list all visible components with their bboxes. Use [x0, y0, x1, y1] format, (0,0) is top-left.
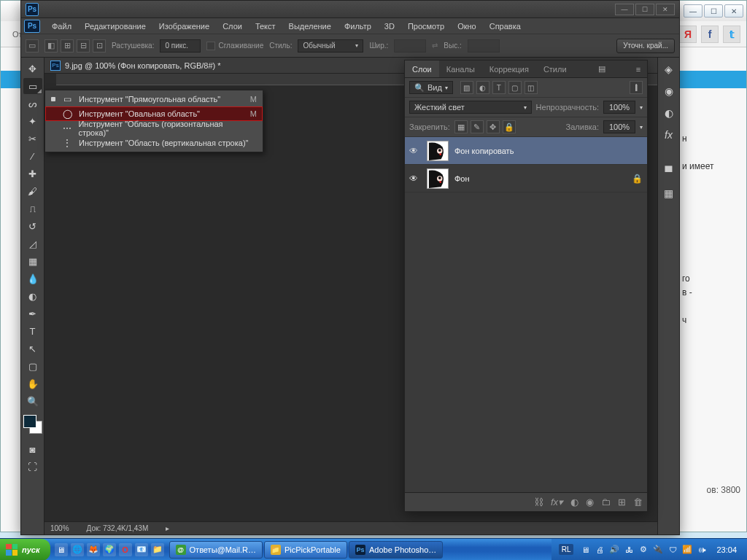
layer-name[interactable]: Фон [454, 174, 470, 183]
layer-name[interactable]: Фон копировать [454, 147, 514, 155]
group-icon[interactable]: 🗀 [601, 497, 611, 508]
screenmode-toggle[interactable]: ⛶ [23, 459, 42, 475]
blend-mode-select[interactable]: Жесткий свет▾ [409, 101, 532, 114]
lock-pos-icon[interactable]: ✥ [487, 120, 500, 133]
tray-icon[interactable]: 🖧 [623, 544, 635, 556]
ql-icon[interactable]: 📧 [135, 543, 148, 556]
ql-icon[interactable]: 🖥 [55, 543, 68, 556]
opt-add-selection[interactable]: ⊞ [61, 39, 74, 52]
tray-icon[interactable]: 📶 [681, 544, 693, 556]
tray-icon[interactable]: 🔌 [652, 544, 664, 556]
taskbar-item[interactable]: 📁 PicPickPortable [264, 541, 347, 559]
quickmask-toggle[interactable]: ◙ [23, 441, 42, 457]
new-layer-icon[interactable]: ⊞ [618, 497, 626, 508]
tool-zoom[interactable]: 🔍 [23, 393, 42, 409]
ps-titlebar[interactable]: Ps — ☐ ✕ [21, 1, 679, 18]
flyout-row-marquee[interactable]: ⋯ Инструмент "Область (горизонтальная ст… [45, 121, 263, 136]
menu-type[interactable]: Текст [249, 20, 282, 33]
tab-adjustments[interactable]: Коррекция [482, 61, 536, 77]
tool-blur[interactable]: 💧 [23, 271, 42, 287]
tray-icon[interactable]: 🖨 [594, 544, 605, 556]
tool-hand[interactable]: ✋ [23, 376, 42, 392]
filter-shape-icon[interactable]: ▢ [508, 81, 522, 94]
layer-row[interactable]: 👁 Фон копировать [405, 137, 647, 165]
opt-tool-preset[interactable]: ▭ [26, 39, 39, 52]
filter-adjust-icon[interactable]: ◐ [476, 81, 489, 94]
tray-icon[interactable]: 🕪 [696, 544, 708, 556]
tool-lasso[interactable]: ᔕ [23, 96, 42, 112]
styles-icon[interactable]: fx [662, 128, 676, 142]
tool-history[interactable]: ↺ [23, 218, 42, 234]
status-docsize[interactable]: Док: 732,4K/1,43M [87, 524, 149, 532]
ql-icon[interactable]: 🌍 [103, 543, 116, 556]
fill-input[interactable]: 100% [603, 120, 635, 133]
tool-heal[interactable]: ✚ [23, 166, 42, 182]
menu-image[interactable]: Изображение [153, 20, 215, 33]
filter-type-icon[interactable]: T [492, 81, 506, 94]
tool-shape[interactable]: ▢ [23, 358, 42, 374]
link-layers-icon[interactable]: ⛓ [534, 497, 543, 508]
visibility-icon[interactable]: 👁 [409, 146, 421, 156]
color-swatch[interactable] [23, 415, 42, 434]
tool-eyedropper[interactable]: ⁄ [23, 148, 42, 164]
swatches-icon[interactable]: ▦ [662, 186, 676, 201]
adjustment-layer-icon[interactable]: ◉ [586, 497, 594, 508]
visibility-icon[interactable]: 👁 [409, 174, 421, 184]
menu-filter[interactable]: Фильтр [338, 20, 377, 33]
menu-3d[interactable]: 3D [379, 20, 400, 33]
language-indicator[interactable]: RL [559, 544, 574, 555]
opacity-input[interactable]: 100% [603, 101, 635, 114]
tray-icon[interactable]: 🖥 [579, 544, 591, 556]
lock-pixels-icon[interactable]: ✎ [471, 120, 484, 133]
tab-channels[interactable]: Каналы [439, 61, 482, 77]
flyout-col-marquee[interactable]: ⋮ Инструмент "Область (вертикальная стро… [45, 136, 263, 150]
opt-new-selection[interactable]: ◧ [44, 39, 58, 52]
layer-row[interactable]: 👁 Фон 🔒 [405, 165, 647, 192]
layers-panel-icon[interactable]: ◈ [662, 62, 676, 77]
menu-window[interactable]: Окно [452, 20, 482, 33]
layers-menu-icon[interactable]: ▤ [593, 61, 611, 77]
fx-icon[interactable]: fx▾ [551, 497, 563, 508]
tool-stamp[interactable]: ⎍ [23, 201, 42, 217]
mask-icon[interactable]: ◐ [570, 497, 578, 508]
ql-icon[interactable]: 🌐 [71, 543, 84, 556]
lock-all-icon[interactable]: 🔒 [503, 120, 516, 133]
start-button[interactable]: пуск [0, 539, 50, 561]
ps-close-button[interactable]: ✕ [656, 4, 675, 15]
delete-layer-icon[interactable]: 🗑 [633, 497, 643, 508]
layer-thumb[interactable] [427, 141, 449, 161]
opt-intersect-selection[interactable]: ⊡ [93, 39, 106, 52]
clock[interactable]: 23:04 [711, 545, 743, 554]
tool-dodge[interactable]: ◐ [23, 288, 42, 304]
refine-edge-button[interactable]: Уточн. край... [616, 39, 675, 53]
adjust-icon[interactable]: ◐ [662, 106, 676, 120]
menu-file[interactable]: Файл [46, 20, 77, 33]
opt-sub-selection[interactable]: ⊟ [77, 39, 90, 52]
color-icon[interactable]: ▀ [662, 164, 676, 179]
tray-icon[interactable]: 🔊 [608, 544, 620, 556]
menu-help[interactable]: Справка [484, 20, 527, 33]
menu-select[interactable]: Выделение [283, 20, 337, 33]
flyout-ellipse-marquee[interactable]: ◯ Инструмент "Овальная область"M [45, 106, 263, 121]
status-play-icon[interactable]: ▸ [166, 524, 169, 532]
tool-pen[interactable]: ✒ [23, 306, 42, 322]
tool-move[interactable]: ✥ [23, 61, 42, 77]
tool-brush[interactable]: 🖌 [23, 183, 42, 199]
taskbar-item[interactable]: @ Ответы@Mail.R… [169, 541, 263, 559]
status-zoom[interactable]: 100% [50, 524, 69, 532]
tool-wand[interactable]: ✦ [23, 113, 42, 129]
ql-icon[interactable]: 📁 [151, 543, 164, 556]
layer-thumb[interactable] [427, 168, 449, 189]
layer-filter-kind[interactable]: 🔍 Вид ▾ [409, 81, 453, 94]
menu-edit[interactable]: Редактирование [79, 20, 152, 33]
filter-toggle[interactable]: ⏽ [630, 81, 643, 94]
antialias-checkbox[interactable] [206, 42, 215, 50]
menu-layer[interactable]: Слои [217, 20, 248, 33]
tab-styles[interactable]: Стили [536, 61, 574, 77]
layers-collapse-icon[interactable]: ≡ [630, 61, 647, 77]
ps-maximize-button[interactable]: ☐ [635, 4, 654, 15]
tool-path[interactable]: ↖ [23, 341, 42, 357]
feather-input[interactable]: 0 пикс. [160, 39, 201, 52]
style-select[interactable]: Обычный▾ [298, 39, 363, 52]
taskbar-item[interactable]: Ps Adobe Photosho… [349, 541, 443, 559]
